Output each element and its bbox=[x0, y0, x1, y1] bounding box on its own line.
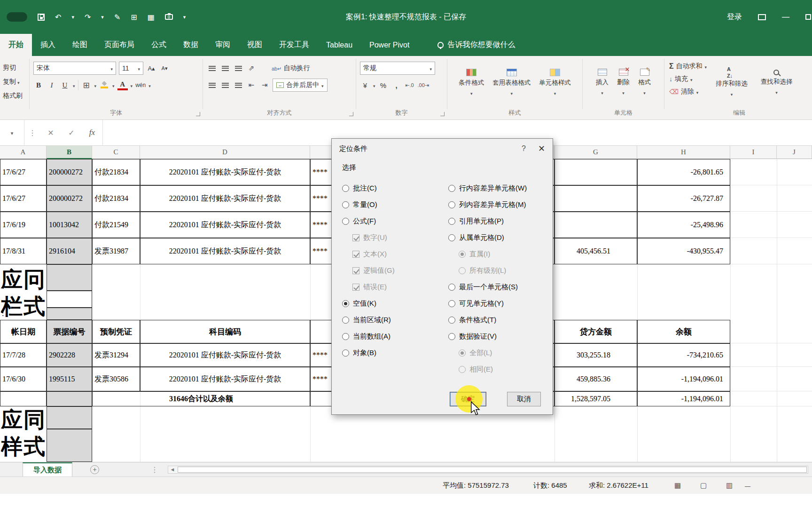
font-size-select[interactable]: 11 bbox=[119, 62, 143, 75]
pen-icon[interactable] bbox=[114, 13, 120, 22]
cell-balance[interactable]: -430,955.47 bbox=[637, 238, 730, 264]
option-visible-cells[interactable]: 可见单元格(Y) bbox=[448, 295, 550, 312]
column-header-C[interactable]: C bbox=[92, 146, 140, 159]
cell-account[interactable]: 22020101 应付账款-实际应付-货款 bbox=[140, 212, 310, 238]
tab-tableau[interactable]: Tableau bbox=[318, 34, 361, 56]
cell-credit[interactable]: 405,456.51 bbox=[554, 238, 637, 264]
cell-credit[interactable]: 303,255.18 bbox=[554, 343, 637, 367]
option-comments[interactable]: 批注(C) bbox=[342, 180, 443, 197]
decrease-decimal-icon[interactable] bbox=[418, 79, 429, 91]
format-painter-button[interactable]: 格式刷 bbox=[0, 89, 29, 103]
cancel-button[interactable]: 取消 bbox=[507, 392, 541, 406]
tab-formulas[interactable]: 公式 bbox=[143, 34, 175, 56]
option-precedents[interactable]: 引用单元格(P) bbox=[448, 213, 550, 230]
option-row-differences[interactable]: 行内容差异单元格(W) bbox=[448, 180, 550, 197]
cell-account[interactable]: 22020101 应付账款-实际应付-货款 bbox=[140, 343, 310, 367]
camera-icon[interactable] bbox=[165, 14, 173, 20]
increase-indent-icon[interactable] bbox=[259, 79, 270, 91]
close-icon[interactable]: ✕ bbox=[538, 143, 545, 154]
cell-date[interactable]: 17/6/30 bbox=[0, 367, 47, 391]
tab-data[interactable]: 数据 bbox=[175, 34, 207, 56]
align-left-icon[interactable] bbox=[207, 79, 217, 91]
qat-customize-icon[interactable] bbox=[183, 14, 186, 20]
align-bottom-icon[interactable] bbox=[233, 62, 243, 74]
cell-balance[interactable]: -1,194,096.01 bbox=[637, 367, 730, 391]
cell-empty[interactable] bbox=[777, 391, 812, 406]
dialog-launcher-icon[interactable] bbox=[349, 112, 353, 116]
cell-date[interactable]: 17/6/27 bbox=[0, 185, 47, 212]
header-doc-number[interactable]: 票据编号 bbox=[47, 320, 92, 343]
cell-balance[interactable]: -25,498.96 bbox=[637, 212, 730, 238]
undo-dropdown-icon[interactable] bbox=[71, 14, 74, 20]
page-layout-view-icon[interactable] bbox=[700, 481, 707, 490]
cell-doc-number[interactable]: 2902228 bbox=[47, 343, 92, 367]
cell-total-label[interactable]: 31646合计以及余额 bbox=[92, 391, 310, 406]
cell-voucher[interactable]: 付款21834 bbox=[92, 159, 140, 185]
insert-function-icon[interactable]: fx bbox=[82, 128, 102, 137]
option-all[interactable]: 全部(L) bbox=[459, 345, 550, 361]
tab-power-pivot[interactable]: Power Pivot bbox=[361, 34, 418, 56]
bold-button[interactable]: B bbox=[33, 79, 44, 91]
align-middle-icon[interactable] bbox=[220, 62, 230, 74]
cell-voucher[interactable]: 付款21834 bbox=[92, 185, 140, 212]
cell-empty[interactable] bbox=[777, 238, 812, 264]
sheet-tab[interactable]: 导入数据 bbox=[23, 462, 72, 476]
cell-date[interactable]: 17/7/28 bbox=[0, 343, 47, 367]
cell-date[interactable]: 17/8/31 bbox=[0, 238, 47, 264]
wrap-text-button[interactable]: 自动换行 bbox=[272, 64, 310, 72]
cell-empty[interactable] bbox=[777, 159, 812, 185]
chevron-down-icon[interactable] bbox=[148, 81, 151, 89]
table-icon[interactable] bbox=[148, 13, 155, 22]
option-current-array[interactable]: 当前数组(A) bbox=[342, 328, 443, 345]
percent-style-icon[interactable] bbox=[378, 79, 389, 91]
borders-icon[interactable] bbox=[81, 79, 92, 91]
column-header-H[interactable]: H bbox=[637, 146, 730, 159]
option-constants[interactable]: 常量(O) bbox=[342, 197, 443, 213]
option-column-differences[interactable]: 列内容差异单元格(M) bbox=[448, 197, 550, 213]
increase-font-size-button[interactable] bbox=[146, 62, 156, 74]
new-sheet-icon[interactable] bbox=[90, 465, 99, 474]
cell-empty[interactable] bbox=[777, 185, 812, 212]
cell-styles-button[interactable]: 单元格样式 bbox=[535, 60, 575, 105]
header-voucher[interactable]: 预制凭证 bbox=[92, 320, 140, 343]
scroll-left-icon[interactable] bbox=[168, 467, 177, 472]
orientation-icon[interactable] bbox=[246, 62, 257, 74]
option-blanks[interactable]: 空值(K) bbox=[342, 295, 443, 312]
option-logicals[interactable]: 逻辑值(G) bbox=[352, 262, 443, 279]
cell-account[interactable]: 22020101 应付账款-实际应付-货款 bbox=[140, 185, 310, 212]
format-cells-button[interactable]: 格式 bbox=[634, 60, 655, 105]
number-format-select[interactable]: 常规 bbox=[360, 62, 435, 75]
tab-view[interactable]: 视图 bbox=[239, 34, 271, 56]
undo-icon[interactable] bbox=[55, 13, 61, 22]
cell-empty[interactable] bbox=[47, 308, 92, 320]
option-conditional-formats[interactable]: 条件格式(T) bbox=[448, 312, 550, 328]
insert-cells-button[interactable]: 插入 bbox=[592, 60, 613, 105]
tab-home[interactable]: 开始 bbox=[0, 34, 32, 56]
cell-doc-number[interactable]: 200000272 bbox=[47, 159, 92, 185]
cell-credit[interactable] bbox=[554, 212, 637, 238]
align-top-icon[interactable] bbox=[207, 62, 217, 74]
column-header-D[interactable]: D bbox=[140, 146, 310, 159]
header-balance[interactable]: 余额 bbox=[637, 320, 730, 343]
tab-developer[interactable]: 开发工具 bbox=[271, 34, 318, 56]
scrollbar-thumb[interactable] bbox=[178, 467, 807, 473]
table-grid-icon[interactable] bbox=[131, 13, 137, 22]
underline-button[interactable]: U bbox=[60, 79, 70, 91]
restore-button[interactable] bbox=[805, 14, 811, 20]
cell-empty[interactable] bbox=[47, 429, 92, 462]
name-box[interactable] bbox=[0, 120, 24, 145]
decrease-font-size-button[interactable] bbox=[159, 62, 170, 74]
option-text[interactable]: 文本(X) bbox=[352, 246, 443, 262]
clear-button[interactable]: 清除 bbox=[669, 85, 707, 98]
cut-button[interactable]: 剪切 bbox=[0, 61, 29, 75]
cell-doc-number[interactable]: 2916104 bbox=[47, 238, 92, 264]
dialog-launcher-icon[interactable] bbox=[196, 112, 200, 116]
cell-empty[interactable] bbox=[730, 212, 777, 238]
ribbon-display-options-icon[interactable] bbox=[758, 14, 766, 20]
accounting-format-icon[interactable] bbox=[360, 79, 370, 91]
column-header-G[interactable]: G bbox=[554, 146, 637, 159]
header-credit[interactable]: 贷方金额 bbox=[554, 320, 637, 343]
sort-filter-button[interactable]: 排序和筛选 bbox=[711, 60, 752, 105]
copy-button[interactable]: 复制 bbox=[0, 75, 29, 89]
option-objects[interactable]: 对象(B) bbox=[342, 345, 443, 361]
